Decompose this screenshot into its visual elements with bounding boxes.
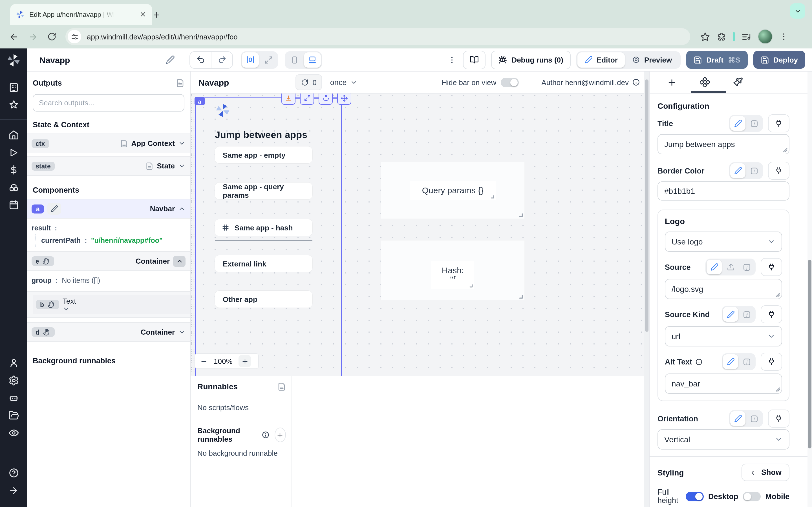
folder-icon[interactable] bbox=[0, 407, 27, 424]
plug-connect-button[interactable] bbox=[761, 258, 782, 276]
border-color-input[interactable] bbox=[658, 181, 790, 201]
component-settings-tab[interactable] bbox=[700, 77, 710, 87]
resize-handle-icon[interactable] bbox=[518, 212, 523, 217]
media-control-icon[interactable] bbox=[742, 32, 751, 41]
plug-connect-button[interactable] bbox=[768, 114, 790, 132]
plug-connect-button[interactable] bbox=[761, 305, 782, 323]
title-input[interactable]: Jump between apps bbox=[658, 134, 790, 154]
draft-button[interactable]: Draft ⌘S bbox=[686, 51, 748, 69]
canvas-scrollbar[interactable] bbox=[644, 71, 649, 507]
scrollbar-thumb[interactable] bbox=[808, 260, 811, 448]
static-mode-button[interactable] bbox=[730, 163, 746, 178]
chevron-down-icon[interactable] bbox=[178, 328, 186, 336]
run-mode-select[interactable]: once bbox=[330, 78, 357, 87]
resize-handle-icon[interactable] bbox=[490, 194, 495, 199]
nav-link-other-app[interactable]: Other app bbox=[215, 291, 312, 307]
plug-connect-button[interactable] bbox=[768, 409, 790, 428]
refresh-count-button[interactable]: 0 bbox=[296, 74, 322, 90]
building-icon[interactable] bbox=[0, 79, 27, 96]
settings-scrollbar[interactable] bbox=[808, 71, 812, 507]
upload-button[interactable] bbox=[723, 260, 738, 274]
search-outputs-input[interactable] bbox=[33, 94, 185, 112]
info-icon[interactable] bbox=[262, 431, 269, 439]
component-row-text-b[interactable]: b Text bbox=[33, 295, 190, 314]
full-height-mobile-toggle[interactable] bbox=[743, 492, 761, 501]
source-kind-select[interactable]: url bbox=[665, 326, 782, 346]
info-icon[interactable] bbox=[695, 358, 702, 365]
eye-icon[interactable] bbox=[0, 424, 27, 442]
help-icon[interactable] bbox=[0, 464, 27, 482]
bookmark-star-icon[interactable] bbox=[700, 32, 710, 41]
insert-component-tab[interactable] bbox=[667, 77, 677, 87]
zoom-in-button[interactable] bbox=[239, 355, 251, 367]
chevron-up-icon[interactable] bbox=[173, 256, 186, 267]
plug-connect-button[interactable] bbox=[768, 162, 790, 180]
resize-handle-icon[interactable] bbox=[518, 294, 523, 299]
hash-text[interactable]: Hash: "f bbox=[432, 261, 474, 289]
logo-select[interactable]: Use logo bbox=[665, 231, 782, 252]
component-row-container-e[interactable]: e Container bbox=[27, 251, 190, 271]
nav-link-external[interactable]: External link bbox=[215, 255, 312, 272]
tab-preview[interactable]: Preview bbox=[625, 52, 679, 67]
styling-show-button[interactable]: Show bbox=[742, 464, 790, 481]
browser-menu-icon[interactable] bbox=[779, 32, 788, 41]
user-icon[interactable] bbox=[0, 354, 27, 372]
fx-mode-button[interactable]: f bbox=[739, 354, 755, 369]
home-icon[interactable] bbox=[0, 126, 27, 144]
alt-text-input[interactable]: nav_bar bbox=[665, 374, 782, 394]
plug-connect-button[interactable] bbox=[761, 353, 782, 371]
source-input[interactable]: /logo.svg bbox=[665, 279, 782, 299]
tab-editor[interactable]: Editor bbox=[577, 52, 625, 67]
app-canvas[interactable]: Query params {} Hash: "f bbox=[191, 94, 649, 376]
chevron-down-icon[interactable] bbox=[178, 162, 186, 170]
browser-tab[interactable]: Edit App u/henri/navapp | Win bbox=[10, 4, 152, 25]
resize-handle-icon[interactable] bbox=[775, 387, 780, 392]
chevron-down-icon[interactable] bbox=[63, 305, 76, 313]
full-width-layout-button[interactable] bbox=[260, 52, 277, 67]
new-tab-button[interactable] bbox=[149, 7, 163, 22]
fx-mode-button[interactable]: f bbox=[747, 163, 762, 178]
undo-button[interactable] bbox=[190, 52, 211, 68]
boxes-icon[interactable] bbox=[0, 179, 27, 196]
arrow-right-icon[interactable] bbox=[0, 482, 27, 499]
output-row-state[interactable]: state State bbox=[27, 156, 190, 176]
chevron-up-icon[interactable] bbox=[178, 205, 186, 212]
info-icon[interactable] bbox=[632, 78, 640, 86]
dollar-icon[interactable] bbox=[0, 161, 27, 179]
calendar-icon[interactable] bbox=[0, 196, 27, 214]
nav-link-query-params[interactable]: Same app - query params bbox=[215, 182, 312, 200]
tab-close-icon[interactable] bbox=[139, 11, 147, 18]
doc-icon[interactable] bbox=[277, 382, 286, 391]
static-mode-button[interactable] bbox=[707, 260, 722, 274]
global-styling-tab[interactable] bbox=[733, 77, 743, 87]
fx-mode-button[interactable]: f bbox=[747, 116, 762, 131]
docs-button[interactable] bbox=[463, 50, 486, 69]
tab-search-button[interactable] bbox=[790, 3, 805, 18]
fx-mode-button[interactable]: f bbox=[739, 307, 755, 322]
scrollbar-thumb[interactable] bbox=[645, 79, 648, 332]
resize-handle-icon[interactable] bbox=[469, 284, 473, 288]
desktop-view-button[interactable] bbox=[304, 52, 321, 67]
extensions-icon[interactable] bbox=[717, 32, 726, 41]
avatar[interactable] bbox=[758, 29, 772, 44]
full-height-desktop-toggle[interactable] bbox=[686, 492, 704, 501]
site-settings-icon[interactable] bbox=[68, 30, 81, 43]
fx-mode-button[interactable]: f bbox=[747, 411, 762, 426]
gear-icon[interactable] bbox=[0, 372, 27, 389]
static-mode-button[interactable] bbox=[730, 116, 746, 131]
debug-runs-button[interactable]: Debug runs (0) bbox=[491, 50, 570, 69]
orientation-select[interactable]: Vertical bbox=[658, 429, 790, 450]
query-params-text[interactable]: Query params {} bbox=[410, 180, 496, 200]
selected-navbar-component[interactable]: a J bbox=[195, 98, 342, 376]
play-icon[interactable] bbox=[0, 144, 27, 161]
deploy-button[interactable]: Deploy bbox=[753, 51, 805, 69]
robot-icon[interactable] bbox=[0, 389, 27, 407]
mobile-view-button[interactable] bbox=[286, 52, 303, 67]
resize-handle-icon[interactable] bbox=[783, 148, 788, 153]
fx-mode-button[interactable]: f bbox=[739, 260, 755, 274]
static-mode-button[interactable] bbox=[723, 307, 738, 322]
component-row-container-d[interactable]: d Container bbox=[27, 322, 190, 342]
output-row-ctx[interactable]: ctx App Context bbox=[27, 133, 190, 153]
static-mode-button[interactable] bbox=[730, 411, 746, 426]
anchor-button[interactable] bbox=[319, 94, 333, 105]
